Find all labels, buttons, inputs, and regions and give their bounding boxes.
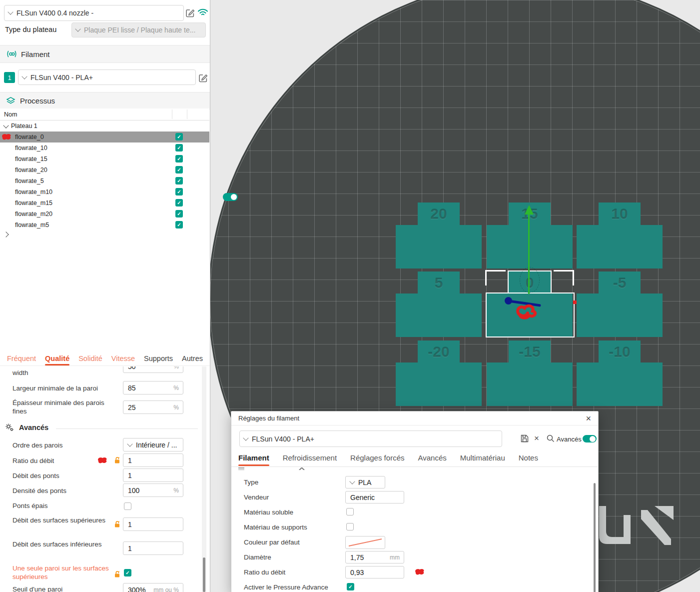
setting-value: 1 (128, 472, 132, 480)
dialog-tab-refroidissement[interactable]: Refroidissement (283, 454, 337, 462)
clear-preset-icon[interactable]: × (534, 434, 539, 442)
dialog-checkbox[interactable]: ✓ (347, 583, 354, 590)
filament-slot-badge: 1 (4, 72, 15, 83)
tab-autres[interactable]: Autres (182, 354, 203, 362)
dialog-tab-multimatériau[interactable]: Multimatériau (460, 454, 505, 462)
wifi-icon[interactable] (197, 8, 208, 16)
setting-label: Débit des surfaces inférieures (12, 540, 113, 548)
model-object[interactable] (577, 294, 663, 337)
setting-input[interactable]: 50% (123, 366, 183, 373)
tree-item-flowrate_5[interactable]: flowrate_5✓ (0, 176, 209, 186)
model-object-label: -15 (509, 342, 551, 362)
visibility-checkbox[interactable]: ✓ (175, 144, 183, 152)
filament-preset-select[interactable]: FLSun V400 - PLA+ (18, 70, 196, 85)
advanced-section-header[interactable]: Avancés (5, 423, 48, 432)
annotation-scribble (414, 568, 425, 578)
edit-printer-icon[interactable] (185, 8, 195, 18)
column-divider (187, 110, 187, 119)
search-icon[interactable] (546, 434, 555, 443)
tab-qualité[interactable]: Qualité (45, 354, 69, 362)
dialog-input[interactable]: Generic (345, 491, 404, 504)
tree-plate-row[interactable]: Plateau 1 (0, 120, 209, 132)
advanced-toggle[interactable] (223, 193, 238, 201)
dialog-input[interactable]: 1,75mm (345, 551, 404, 564)
tab-supports[interactable]: Supports (144, 354, 173, 362)
tree-item-label: flowrate_m5 (15, 222, 49, 228)
visibility-checkbox[interactable]: ✓ (175, 210, 183, 218)
setting-input[interactable]: 1 (123, 518, 183, 531)
tree-item-label: flowrate_m20 (15, 210, 52, 218)
dialog-titlebar[interactable]: Réglages du filament × (231, 412, 598, 426)
tree-item-flowrate_m5[interactable]: flowrate_m5✓ (0, 220, 209, 230)
dialog-dropdown[interactable]: PLA (345, 476, 385, 488)
default-color-swatch[interactable] (345, 536, 385, 549)
model-object[interactable] (487, 362, 573, 406)
dialog-advanced-toggle[interactable] (583, 435, 597, 442)
y-axis-arrow-head[interactable] (525, 205, 534, 214)
tree-item-flowrate_m10[interactable]: flowrate_m10✓ (0, 186, 209, 198)
tree-item-flowrate_10[interactable]: flowrate_10✓ (0, 142, 209, 154)
tree-item-flowrate_20[interactable]: flowrate_20✓ (0, 164, 209, 176)
visibility-checkbox[interactable]: ✓ (175, 221, 183, 228)
dialog-tab-avancés[interactable]: Avancés (418, 454, 446, 462)
tree-item-flowrate_m20[interactable]: flowrate_m20✓ (0, 208, 209, 220)
tab-fréquent[interactable]: Fréquent (7, 354, 36, 362)
dialog-checkbox[interactable] (346, 523, 354, 530)
visibility-checkbox[interactable]: ✓ (175, 133, 183, 140)
tree-header-row: Nom (0, 108, 209, 120)
model-object[interactable] (487, 225, 573, 268)
tab-solidité[interactable]: Solidité (78, 354, 102, 362)
setting-input[interactable]: 300%mm ou % (123, 583, 183, 592)
dialog-tab-réglages-forcés[interactable]: Réglages forcés (350, 454, 404, 462)
plate-label: Plateau 1 (11, 122, 37, 130)
dialog-checkbox[interactable] (346, 508, 354, 516)
selection-bracket-tr (573, 270, 574, 286)
close-icon[interactable]: × (586, 414, 591, 423)
tree-item-flowrate_m15[interactable]: flowrate_m15✓ (0, 198, 209, 208)
model-object-label: -10 (599, 342, 641, 362)
visibility-checkbox[interactable]: ✓ (175, 188, 183, 196)
dialog-field-unit: mm (390, 554, 400, 561)
setting-checkbox[interactable]: ✓ (124, 569, 131, 576)
setting-input[interactable]: 25% (123, 400, 183, 414)
setting-input[interactable]: 85% (123, 381, 183, 394)
dialog-scrollbar-thumb[interactable] (594, 483, 596, 592)
setting-dropdown[interactable]: Intérieure / ... (123, 438, 183, 452)
model-object[interactable] (577, 225, 663, 268)
dialog-tab-filament[interactable]: Filament (238, 454, 269, 462)
model-object[interactable] (577, 362, 663, 406)
model-object[interactable] (396, 294, 482, 337)
model-object[interactable] (396, 362, 482, 406)
dialog-tab-notes[interactable]: Notes (519, 454, 538, 462)
printer-preset-select[interactable]: FLSun V400 0.4 nozzle - (4, 5, 184, 21)
layers-icon (6, 96, 15, 105)
visibility-checkbox[interactable]: ✓ (175, 177, 183, 184)
setting-label: Seuil d'une paroi (12, 585, 113, 592)
tree-item-flowrate_15[interactable]: flowrate_15✓ (0, 154, 209, 164)
settings-scrollbar-thumb[interactable] (203, 558, 205, 592)
setting-label: Ordre des parois (12, 441, 113, 450)
setting-input[interactable]: 1 (123, 454, 183, 467)
edit-filament-icon[interactable] (198, 73, 208, 82)
tree-item-flowrate_0[interactable]: flowrate_0✓ (0, 132, 209, 142)
visibility-checkbox[interactable]: ✓ (175, 166, 183, 174)
visibility-checkbox[interactable]: ✓ (175, 199, 183, 206)
setting-input[interactable]: 1 (123, 542, 183, 555)
dialog-input[interactable]: 0,93 (345, 566, 404, 578)
visibility-checkbox[interactable]: ✓ (175, 155, 183, 162)
setting-input[interactable]: 100% (123, 484, 183, 497)
expand-chevron-icon[interactable] (3, 232, 8, 237)
setting-input[interactable]: 1 (123, 468, 183, 482)
setting-label: Largeur minimale de la paroi (12, 384, 113, 392)
tree-item-label: flowrate_0 (15, 134, 44, 140)
setting-checkbox[interactable] (124, 502, 131, 510)
tab-vitesse[interactable]: Vitesse (111, 354, 135, 362)
model-object[interactable] (396, 225, 482, 268)
y-axis-arrow-shaft[interactable] (528, 214, 530, 294)
bed-type-select[interactable]: Plaque PEI lisse / Plaque haute te... (71, 22, 206, 38)
chevron-down-icon (21, 74, 27, 79)
dialog-filament-preset-select[interactable]: FLSun V400 - PLA+ (239, 430, 502, 447)
collapse-chevron-icon[interactable] (3, 122, 8, 128)
setting-label: Densité des ponts (12, 486, 113, 495)
save-icon[interactable] (520, 434, 529, 443)
